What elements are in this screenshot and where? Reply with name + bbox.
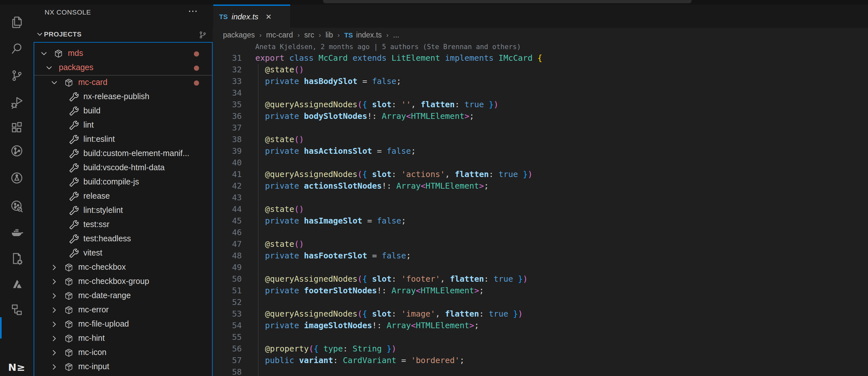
tree-item-build-compile-js[interactable]: build:compile-js [34,175,213,189]
code-line-55[interactable]: 55 [213,332,868,343]
code-line-54[interactable]: 54 private imageSlotNodes!: Array<HTMLEl… [213,320,868,332]
tree-item-mc-file-upload[interactable]: mc-file-upload [34,317,213,332]
code-line-43[interactable]: 43 [213,192,868,203]
graph-search-icon[interactable] [0,195,34,218]
line-number[interactable]: 54 [213,320,242,332]
tree-item-vitest[interactable]: vitest [34,246,213,260]
code-line-44[interactable]: 44 @state() [213,203,868,215]
tree-item-lint-eslint[interactable]: lint:eslint [34,132,213,147]
command-center[interactable] [323,0,691,3]
run-debug-icon[interactable] [0,91,34,114]
graph-circle-alt-icon[interactable] [0,166,34,190]
chevron-right-icon[interactable] [50,306,59,315]
line-number[interactable]: 46 [213,227,242,239]
tab-index-ts[interactable]: TS index.ts ✕ [213,4,290,28]
tree-item-build-vscode-html-data[interactable]: build:vscode-html-data [34,161,213,175]
projects-section-header[interactable]: PROJECTS [34,27,213,42]
code-line-47[interactable]: 47 @state() [213,239,868,250]
chevron-down-icon[interactable] [35,30,44,40]
line-number[interactable]: 55 [213,332,242,343]
line-number[interactable]: 38 [213,134,242,145]
tree-item-mc-checkbox-group[interactable]: mc-checkbox-group [34,275,213,289]
line-number[interactable]: 41 [213,168,242,180]
graph-circle-icon[interactable] [0,139,34,162]
code-line-36[interactable]: 36 private bodySlotNodes!: Array<HTMLEle… [213,111,868,122]
code-line-31[interactable]: 31export class McCard extends LitElement… [213,52,868,64]
line-number[interactable]: 49 [213,262,242,273]
tree-item-packages[interactable]: packages [34,61,213,75]
azure-icon[interactable] [0,272,34,295]
code-line-51[interactable]: 51 private footerSlotNodes!: Array<HTMLE… [213,285,868,296]
code-line-52[interactable]: 52 [213,296,868,308]
code-line-39[interactable]: 39 private hasActionsSlot = false; [213,145,868,157]
line-number[interactable]: 40 [213,157,242,168]
tree-item-mc-icon[interactable]: mc-icon [34,346,213,360]
tree-item-release[interactable]: release [34,189,213,203]
close-icon[interactable]: ✕ [266,12,272,21]
line-number[interactable]: 50 [213,273,242,285]
code-line-33[interactable]: 33 private hasBodySlot = false; [213,75,868,87]
chevron-down-icon[interactable] [39,49,49,58]
more-actions-icon[interactable]: ⋯ [188,5,198,17]
code-line-34[interactable]: 34 [213,87,868,99]
line-number[interactable]: 57 [213,355,242,366]
chevron-down-icon[interactable] [44,63,54,72]
line-number[interactable]: 53 [213,308,242,320]
line-number[interactable]: 45 [213,215,242,227]
code-line-37[interactable]: 37 [213,122,868,134]
tree-item-mc-hint[interactable]: mc-hint [34,332,213,346]
chevron-right-icon[interactable] [50,334,59,343]
code-line-56[interactable]: 56 @property({ type: String }) [213,343,868,355]
code-line-38[interactable]: 38 @state() [213,134,868,145]
chevron-right-icon[interactable] [50,263,59,272]
line-number[interactable]: 51 [213,285,242,296]
code-line-42[interactable]: 42 private actionsSlotNodes!: Array<HTML… [213,180,868,192]
line-number[interactable]: 58 [213,366,242,376]
tree-item-mc-input[interactable]: mc-input [34,360,213,374]
extensions-icon[interactable] [0,116,34,139]
code-line-40[interactable]: 40 [213,157,868,168]
tree-item-mds[interactable]: mds [34,46,213,61]
line-number[interactable]: 44 [213,203,242,215]
code-line-57[interactable]: 57 public variant: CardVariant = 'border… [213,355,868,366]
line-number[interactable]: 37 [213,122,242,134]
line-number[interactable]: 34 [213,87,242,99]
source-control-icon[interactable] [0,64,34,87]
tree-item-mc-card[interactable]: mc-card [34,75,213,90]
line-number[interactable]: 47 [213,239,242,250]
code-line-41[interactable]: 41 @queryAssignedNodes({ slot: 'actions'… [213,168,868,180]
tab-bar[interactable]: TS index.ts ✕ [213,4,868,28]
code-line-46[interactable]: 46 [213,227,868,239]
cmake-icon[interactable] [0,247,34,270]
chevron-right-icon[interactable] [50,363,59,372]
code-line-32[interactable]: 32 @state() [213,64,868,75]
tree-item-mc-error[interactable]: mc-error [34,303,213,317]
line-number[interactable]: 43 [213,192,242,203]
line-number[interactable]: 56 [213,343,242,355]
chevron-down-icon[interactable] [50,78,59,87]
tree-item-test-ssr[interactable]: test:ssr [34,218,213,232]
code-line-45[interactable]: 45 private hasImageSlot = false; [213,215,868,227]
code-line-50[interactable]: 50 @queryAssignedNodes({ slot: 'footer',… [213,273,868,285]
chevron-right-icon[interactable] [50,291,59,301]
code-line-53[interactable]: 53 @queryAssignedNodes({ slot: 'image', … [213,308,868,320]
code-line-35[interactable]: 35 @queryAssignedNodes({ slot: '', flatt… [213,99,868,111]
explorer-icon[interactable] [0,11,34,34]
line-number[interactable]: 48 [213,250,242,262]
code-line-49[interactable]: 49 [213,262,868,273]
tree-item-lint-stylelint[interactable]: lint:stylelint [34,203,213,218]
line-number[interactable]: 31 [213,52,242,64]
chevron-right-icon[interactable] [50,348,59,357]
tree-item-mc-date-range[interactable]: mc-date-range [34,289,213,303]
docker-icon[interactable] [0,221,34,244]
line-number[interactable]: 52 [213,296,242,308]
tree-item-nx-release-publish[interactable]: nx-release-publish [34,90,213,104]
code-line-48[interactable]: 48 private hasFooterSlot = false; [213,250,868,262]
chevron-right-icon[interactable] [50,320,59,329]
line-number[interactable]: 33 [213,75,242,87]
line-number[interactable]: 39 [213,145,242,157]
view-graph-icon[interactable] [197,29,208,40]
code-line-58[interactable]: 58 [213,366,868,376]
line-number[interactable]: 42 [213,180,242,192]
tree-item-test-headless[interactable]: test:headless [34,232,213,246]
